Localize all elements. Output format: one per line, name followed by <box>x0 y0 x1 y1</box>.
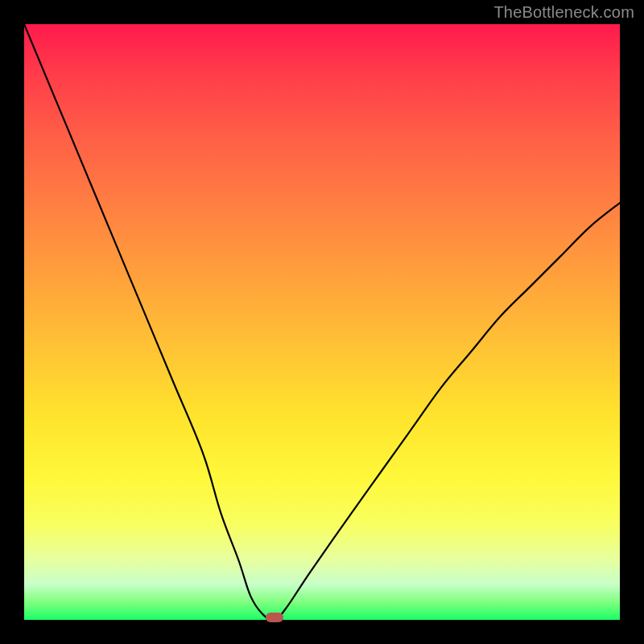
chart-frame: TheBottleneck.com <box>0 0 644 644</box>
watermark-text: TheBottleneck.com <box>493 3 634 22</box>
optimal-marker <box>266 613 283 622</box>
bottleneck-curve <box>24 24 620 620</box>
plot-area <box>24 24 620 620</box>
